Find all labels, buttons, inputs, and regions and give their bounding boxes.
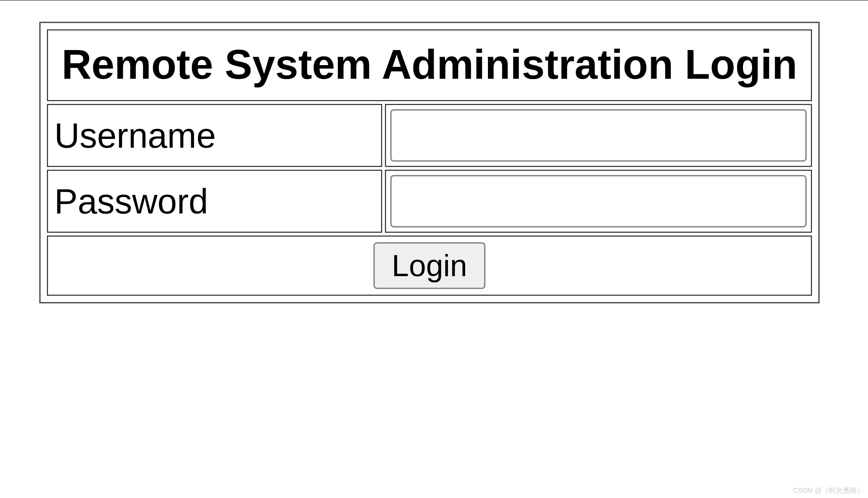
watermark: CSDN @（时光煮雨） — [793, 486, 864, 495]
page-title: Remote System Administration Login — [51, 37, 807, 92]
login-table: Remote System Administration Login Usern… — [44, 27, 815, 299]
login-form-container: Remote System Administration Login Usern… — [39, 22, 820, 303]
username-label: Username — [47, 104, 382, 167]
button-cell: Login — [47, 236, 812, 296]
username-input-cell — [385, 104, 812, 167]
login-button[interactable]: Login — [373, 242, 485, 289]
username-input[interactable] — [390, 109, 807, 162]
password-label: Password — [47, 170, 382, 233]
password-input[interactable] — [390, 175, 807, 227]
password-input-cell — [385, 170, 812, 233]
title-cell: Remote System Administration Login — [47, 29, 812, 101]
